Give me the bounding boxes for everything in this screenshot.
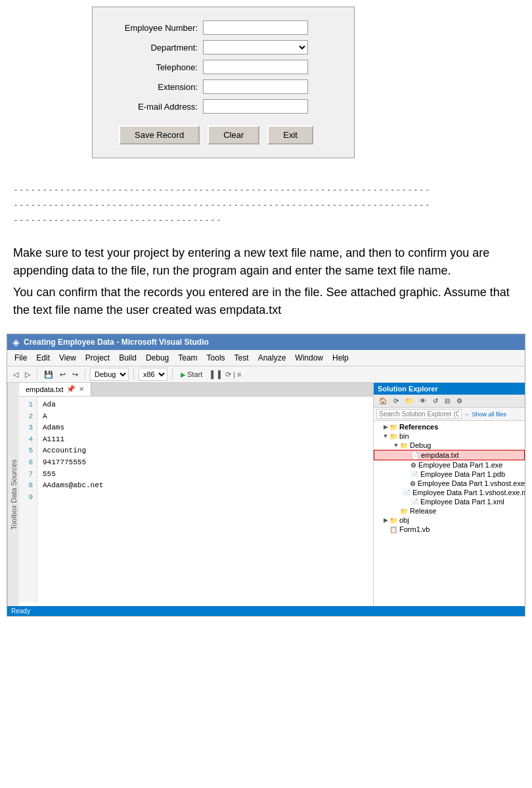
toolbox-sidebar[interactable]: Toolbox Data Sources [7,383,19,606]
menu-item-debug[interactable]: Debug [141,351,173,364]
form-row-4: E-mail Address: [112,99,334,114]
toolbar-btn-back[interactable]: ◁ [11,370,20,380]
vs-code-content[interactable]: AdaAAdamsA1111Accounting9417775555555AAd… [37,397,373,603]
tree-icon-6: ⚙ [410,480,416,487]
tree-icon-2: 📁 [400,442,408,449]
line-number-2: 2 [23,411,33,423]
form-input-2[interactable] [203,60,308,74]
tree-item-9[interactable]: 📁Release [374,506,525,515]
vs-titlebar: ◈ Creating Employee Data - Microsoft Vis… [7,334,525,350]
menu-item-window[interactable]: Window [290,351,328,364]
toolbar-separator-2 [85,369,85,380]
vs-window: ◈ Creating Employee Data - Microsoft Vis… [7,334,525,617]
se-tree: ▶📁References▼📁bin▼📁Debug📄empdata.txt⚙Emp… [374,421,525,606]
toolbar-btn-undo[interactable]: ↩ [58,370,68,380]
menu-item-project[interactable]: Project [81,351,114,364]
tree-text-11: Form1.vb [399,525,430,533]
menu-item-view[interactable]: View [55,351,81,364]
toolbar-btn-redo[interactable]: ↪ [70,370,80,380]
menu-item-tools[interactable]: Tools [202,351,230,364]
tree-item-6[interactable]: ⚙Employee Data Part 1.vshost.exe [374,479,525,488]
toolbar-separator-1 [37,369,37,380]
tree-text-7: Employee Data Part 1.vshost.exe.manifest [412,489,525,496]
exit-button[interactable]: Exit [267,125,313,144]
tab-label: empdata.txt [26,385,63,393]
tree-item-1[interactable]: ▼📁bin [374,431,525,441]
tree-icon-8: 📄 [410,498,418,506]
tree-item-4[interactable]: ⚙Employee Data Part 1.exe [374,460,525,470]
tree-item-10[interactable]: ▶📁obj [374,515,525,525]
se-btn-sync[interactable]: ⟳ [391,396,401,406]
paragraph-2: You can confirm that the records you ent… [13,284,519,319]
tree-expand-0[interactable]: ▶ [382,424,389,430]
form-input-0[interactable] [203,20,308,35]
start-button[interactable]: ▶ Start [177,369,206,380]
tree-text-3: empdata.txt [421,451,458,459]
code-line-3: Adams [43,422,368,434]
form-label-2: Telephone: [112,62,198,72]
tree-item-3[interactable]: 📄empdata.txt [374,450,525,460]
dashes-section: ----------------------------------------… [0,171,532,225]
toolbar-separator-3 [133,369,134,380]
line-number-6: 6 [23,457,33,469]
menu-item-file[interactable]: File [10,351,32,364]
tab-close-icon[interactable]: ✕ [79,385,84,393]
tree-item-2[interactable]: ▼📁Debug [374,441,525,450]
menu-item-analyze[interactable]: Analyze [254,351,291,364]
se-btn-folder[interactable]: 📁 [403,396,416,406]
code-line-4: A1111 [43,434,368,446]
se-btn-home[interactable]: 🏠 [376,396,389,406]
toolbar-btn-save[interactable]: 💾 [42,370,55,380]
form-label-3: Extension: [112,82,198,92]
form-input-4[interactable] [203,99,308,114]
tree-text-5: Employee Data Part 1.pdb [420,470,505,478]
vs-statusbar: Ready [7,606,525,616]
tree-icon-11: 📋 [389,526,397,533]
code-line-9 [43,492,368,504]
tree-expand-10[interactable]: ▶ [382,517,389,523]
empdata-tab[interactable]: empdata.txt 📌 ✕ [19,383,91,396]
debug-mode-select[interactable]: Debug [90,368,129,381]
se-search-input[interactable] [376,409,462,419]
menu-item-team[interactable]: Team [173,351,202,364]
se-btn-show-all[interactable]: 👁 [417,396,429,406]
form-input-3[interactable] [203,79,308,94]
tree-icon-3: 📄 [411,452,419,459]
tree-icon-4: ⚙ [410,462,416,469]
tree-expand-1[interactable]: ▼ [382,433,389,439]
se-search-bar: ← Show all files [374,408,525,421]
tree-text-0: References [399,423,438,431]
form-label-1: Department: [112,43,198,53]
toolbar-btn-forward[interactable]: ▷ [23,370,32,380]
tree-text-6: Employee Data Part 1.vshost.exe [418,479,525,487]
form-row-1: Department: [112,40,334,55]
vs-line-numbers: 123456789 [19,397,37,603]
se-btn-refresh[interactable]: ↺ [430,396,441,406]
tab-pin-icon: 📌 [66,385,76,393]
se-btn-props[interactable]: ⚙ [454,396,465,406]
clear-button[interactable]: Clear [208,125,259,144]
platform-select[interactable]: x86 [139,368,167,381]
tree-item-0[interactable]: ▶📁References [374,422,525,431]
se-btn-collapse[interactable]: ⊟ [442,396,453,406]
menu-item-test[interactable]: Test [230,351,254,364]
tree-expand-2[interactable]: ▼ [392,442,400,449]
tree-icon-7: 📄 [403,489,410,496]
tree-item-5[interactable]: 📄Employee Data Part 1.pdb [374,470,525,479]
tree-item-11[interactable]: 📋Form1.vb [374,525,525,534]
form-input-1[interactable] [203,40,308,55]
toolbar-separator-4 [172,369,173,380]
menu-item-help[interactable]: Help [328,351,353,364]
tree-item-8[interactable]: 📄Employee Data Part 1.xml [374,497,525,506]
vs-code-area: 123456789 AdaAAdamsA1111Accounting941777… [19,397,373,603]
menu-item-build[interactable]: Build [114,351,141,364]
menu-item-edit[interactable]: Edit [32,351,55,364]
line-number-4: 4 [23,434,33,446]
save-record-button[interactable]: Save Record [119,125,200,144]
se-toolbar: 🏠 ⟳ 📁 👁 ↺ ⊟ ⚙ [374,395,525,408]
tree-item-7[interactable]: 📄Employee Data Part 1.vshost.exe.manifes… [374,488,525,497]
vs-editor: empdata.txt 📌 ✕ 123456789 AdaAAdamsA1111… [19,383,374,606]
dash-line-2: ----------------------------------------… [13,200,519,209]
form-row-3: Extension: [112,79,334,94]
line-number-3: 3 [23,422,33,434]
